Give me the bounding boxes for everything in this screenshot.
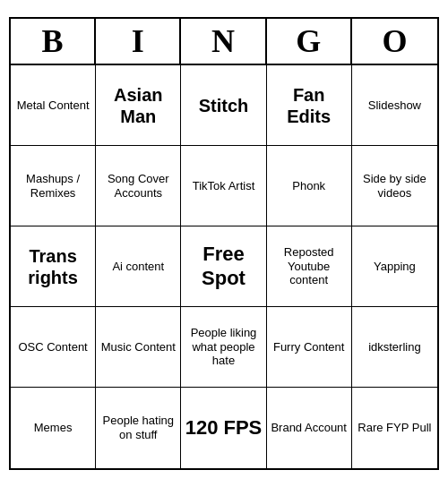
bingo-card: BINGO Metal ContentAsian ManStitchFan Ed…	[9, 17, 439, 470]
bingo-cell: Reposted Youtube content	[267, 226, 352, 307]
bingo-cell: Music Content	[96, 307, 181, 388]
bingo-cell: 120 FPS	[181, 388, 266, 468]
bingo-letter: I	[96, 19, 181, 64]
bingo-cell: Trans rights	[11, 226, 96, 307]
bingo-letter: O	[352, 19, 437, 64]
bingo-letter: B	[11, 19, 96, 64]
bingo-cell: Memes	[11, 388, 96, 468]
bingo-cell: Side by side videos	[352, 146, 437, 226]
bingo-grid: Metal ContentAsian ManStitchFan EditsSli…	[11, 65, 437, 468]
bingo-cell: Rare FYP Pull	[352, 388, 437, 468]
bingo-letter: N	[181, 19, 266, 64]
bingo-cell: Slideshow	[352, 65, 437, 146]
bingo-cell: Yapping	[352, 226, 437, 307]
bingo-header: BINGO	[11, 19, 437, 65]
bingo-cell: Furry Content	[267, 307, 352, 388]
bingo-cell: Brand Account	[267, 388, 352, 468]
bingo-cell: Song Cover Accounts	[96, 146, 181, 226]
bingo-cell: Fan Edits	[267, 65, 352, 146]
bingo-cell: Asian Man	[96, 65, 181, 146]
bingo-cell: People liking what people hate	[181, 307, 266, 388]
bingo-cell: Phonk	[267, 146, 352, 226]
bingo-letter: G	[267, 19, 352, 64]
bingo-cell: OSC Content	[11, 307, 96, 388]
bingo-cell: idksterling	[352, 307, 437, 388]
bingo-cell: Metal Content	[11, 65, 96, 146]
bingo-cell: Ai content	[96, 226, 181, 307]
bingo-cell: TikTok Artist	[181, 146, 266, 226]
bingo-cell: Mashups / Remixes	[11, 146, 96, 226]
bingo-cell: Free Spot	[181, 226, 266, 307]
bingo-cell: People hating on stuff	[96, 388, 181, 468]
bingo-cell: Stitch	[181, 65, 266, 146]
